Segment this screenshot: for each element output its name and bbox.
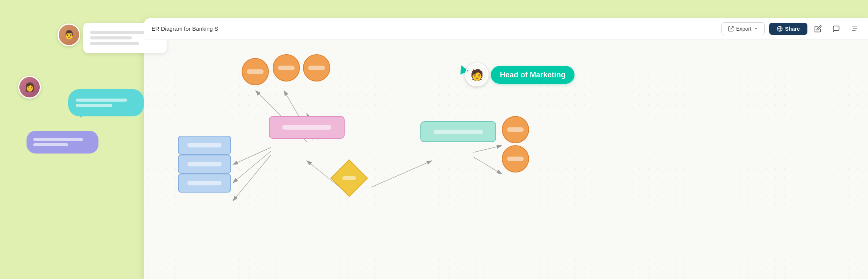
orange-circle-right-1 bbox=[502, 116, 529, 143]
bubble-line bbox=[76, 104, 112, 107]
chevron-down-icon bbox=[754, 27, 758, 31]
orange-circle-1 bbox=[242, 58, 269, 85]
bubble-line bbox=[90, 42, 139, 45]
blue-rect-stack[interactable] bbox=[178, 136, 231, 195]
user-cursor-container: 🧑 Head of Marketing bbox=[458, 63, 575, 86]
diamond-node[interactable] bbox=[335, 164, 363, 192]
canvas-area[interactable]: ER Diagram for Banking S Export Share bbox=[144, 18, 868, 279]
share-button[interactable]: Share bbox=[769, 23, 807, 35]
bubble-line bbox=[90, 31, 149, 34]
globe-icon bbox=[777, 26, 783, 32]
teal-speech-bubble bbox=[68, 89, 144, 116]
user-avatar-2: 👩 bbox=[18, 76, 41, 99]
cursor-avatar: 🧑 bbox=[465, 63, 489, 86]
settings-icon-button[interactable] bbox=[848, 23, 860, 35]
orange-circle-3 bbox=[303, 54, 330, 82]
bubble-line bbox=[33, 138, 83, 141]
orange-circle-right-2 bbox=[502, 145, 529, 172]
toolbar: ER Diagram for Banking S Export Share bbox=[144, 18, 868, 39]
orange-circle-2 bbox=[273, 54, 300, 82]
comment-icon-button[interactable] bbox=[830, 23, 842, 35]
bubble-line bbox=[90, 36, 132, 39]
purple-speech-bubble bbox=[27, 131, 98, 154]
bubble-line bbox=[76, 99, 127, 102]
edit-icon-button[interactable] bbox=[812, 23, 824, 35]
user-cursor-label: Head of Marketing bbox=[491, 66, 575, 84]
export-icon bbox=[728, 26, 734, 32]
user-avatar-1: 👨 bbox=[58, 24, 80, 46]
diagram-title: ER Diagram for Banking S bbox=[151, 25, 432, 32]
pink-rect-node[interactable] bbox=[269, 116, 345, 139]
export-button[interactable]: Export bbox=[721, 22, 765, 35]
toolbar-icons bbox=[812, 23, 860, 35]
teal-rect-node[interactable] bbox=[420, 121, 496, 142]
share-label: Share bbox=[785, 26, 800, 32]
bubble-line bbox=[33, 143, 68, 146]
svg-line-0 bbox=[730, 27, 733, 29]
export-label: Export bbox=[736, 26, 751, 32]
